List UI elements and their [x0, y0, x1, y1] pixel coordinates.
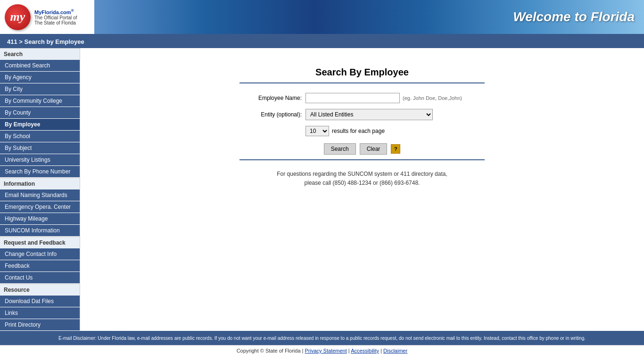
form-title: Search By Employee: [239, 67, 485, 78]
welcome-text: Welcome to Florida: [513, 9, 635, 25]
sidebar-item-email-naming[interactable]: Email Naming Standards: [0, 189, 80, 201]
sidebar-item-by-employee[interactable]: By Employee: [0, 119, 80, 131]
results-per-page-row: 10 25 50 100 results for each page: [239, 126, 485, 136]
main-content: Search By Employee Employee Name: (eg. J…: [80, 48, 644, 331]
sidebar-section-information: Information: [0, 178, 80, 189]
contact-line2: please call (850) 488-1234 or (866) 693-…: [239, 179, 485, 188]
footer-sep1: |: [348, 348, 350, 354]
brand-name: MyFlorida.com®: [34, 8, 77, 15]
tagline-line2: The State of Florida: [34, 20, 77, 25]
sidebar-item-by-city[interactable]: By City: [0, 83, 80, 95]
sidebar-section-request: Request and Feedback: [0, 237, 80, 248]
results-per-page-select[interactable]: 10 25 50 100: [305, 126, 329, 136]
sidebar-item-feedback[interactable]: Feedback: [0, 260, 80, 272]
footer-sep2: |: [380, 348, 382, 354]
entity-select[interactable]: All Listed Entities State Agencies Commu…: [305, 109, 433, 120]
search-button[interactable]: Search: [324, 143, 356, 155]
logo-area: my MyFlorida.com® The Official Portal of…: [0, 0, 94, 34]
employee-name-label: Employee Name:: [239, 95, 305, 101]
sidebar-section-resource: Resource: [0, 284, 80, 296]
results-label: results for each page: [332, 128, 385, 134]
footer-disclaimer-bar: E-mail Disclaimer: Under Florida law, e-…: [0, 331, 644, 345]
main-layout: Search Combined Search By Agency By City…: [0, 48, 644, 331]
welcome-banner: Welcome to Florida: [94, 0, 644, 34]
form-divider-top: [239, 82, 485, 83]
sidebar-item-print-directory[interactable]: Print Directory: [0, 319, 80, 331]
sidebar-item-university-listings[interactable]: University Listings: [0, 154, 80, 166]
entity-row: Entity (optional): All Listed Entities S…: [239, 109, 485, 120]
tagline-line1: The Official Portal of: [34, 15, 77, 20]
footer-privacy-link[interactable]: Privacy Statement: [305, 348, 347, 354]
page-header: my MyFlorida.com® The Official Portal of…: [0, 0, 644, 35]
sidebar-item-highway-mileage[interactable]: Highway Mileage: [0, 213, 80, 225]
breadcrumb: 411 > Search by Employee: [0, 35, 644, 48]
sidebar-item-by-county[interactable]: By County: [0, 107, 80, 119]
search-form-container: Search By Employee Employee Name: (eg. J…: [239, 67, 485, 188]
help-icon[interactable]: ?: [391, 144, 400, 154]
help-icon-symbol: ?: [394, 146, 397, 152]
clear-button[interactable]: Clear: [360, 143, 388, 155]
employee-name-input[interactable]: [305, 93, 400, 103]
sidebar-item-by-agency[interactable]: By Agency: [0, 72, 80, 83]
sidebar-item-by-community-college[interactable]: By Community College: [0, 95, 80, 107]
employee-name-row: Employee Name: (eg. John Doe, Doe,John): [239, 93, 485, 103]
footer-links-bar: Copyright © State of Florida | Privacy S…: [0, 345, 644, 356]
contact-line1: For questions regarding the SUNCOM syste…: [239, 170, 485, 179]
sidebar-item-search-by-phone[interactable]: Search By Phone Number: [0, 166, 80, 178]
contact-info: For questions regarding the SUNCOM syste…: [239, 170, 485, 188]
sidebar: Search Combined Search By Agency By City…: [0, 48, 80, 331]
sidebar-item-emergency-opera[interactable]: Emergency Opera. Center: [0, 201, 80, 213]
footer-accessibility-link[interactable]: Accessibility: [351, 348, 379, 354]
logo-text: MyFlorida.com® The Official Portal of Th…: [34, 8, 77, 25]
sidebar-item-change-contact[interactable]: Change Contact Info: [0, 248, 80, 260]
form-divider-bottom: [239, 159, 485, 160]
footer-disclaimer-text: E-mail Disclaimer: Under Florida law, e-…: [58, 336, 586, 341]
sidebar-item-suncom-info[interactable]: SUNCOM Information: [0, 225, 80, 237]
footer-disclaimer-link[interactable]: Disclaimer: [383, 348, 407, 354]
sidebar-item-by-school[interactable]: By School: [0, 131, 80, 142]
sidebar-item-by-subject[interactable]: By Subject: [0, 142, 80, 154]
employee-name-hint: (eg. John Doe, Doe,John): [403, 95, 462, 101]
my-logo: my: [5, 4, 31, 30]
footer-copyright: Copyright © State of Florida |: [237, 348, 304, 354]
entity-label: Entity (optional):: [239, 111, 305, 118]
sidebar-item-links[interactable]: Links: [0, 307, 80, 319]
sidebar-item-download-dat[interactable]: Download Dat Files: [0, 296, 80, 307]
button-row: Search Clear ?: [239, 143, 485, 155]
sidebar-item-contact-us[interactable]: Contact Us: [0, 272, 80, 284]
sidebar-section-search: Search: [0, 48, 80, 60]
sidebar-item-combined-search[interactable]: Combined Search: [0, 60, 80, 72]
